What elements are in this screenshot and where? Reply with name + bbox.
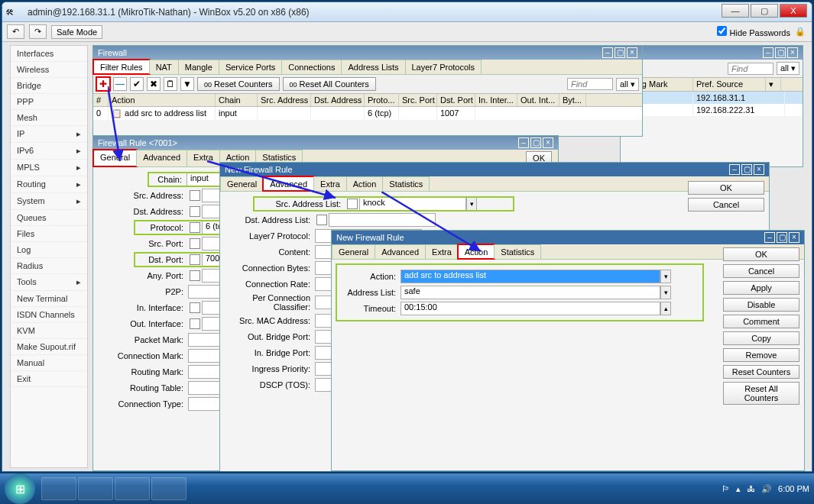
tab-statistics[interactable]: Statistics	[382, 176, 430, 191]
src-neg-checkbox[interactable]	[190, 190, 200, 201]
copy-button[interactable]: Copy	[723, 331, 799, 345]
dropdown-icon[interactable]: ▾	[660, 286, 671, 299]
sidebar-item-log[interactable]: Log	[11, 242, 87, 258]
sidebar-item-files[interactable]: Files	[11, 226, 87, 242]
disable-button[interactable]: ✖	[147, 77, 161, 91]
minimize-icon[interactable]: –	[764, 232, 775, 243]
tray-volume-icon[interactable]: 🔊	[761, 484, 772, 494]
enable-button[interactable]: ✔	[130, 77, 144, 91]
maximize-button[interactable]: ▢	[751, 4, 778, 18]
task-teamviewer[interactable]	[115, 477, 150, 500]
tray-up-icon[interactable]: ▴	[736, 484, 741, 494]
remove-button[interactable]: Remove	[723, 348, 799, 362]
maximize-icon[interactable]: ▢	[777, 232, 787, 243]
sidebar-item-manual[interactable]: Manual	[11, 355, 87, 371]
minimize-icon[interactable]: –	[602, 47, 613, 58]
comment-button[interactable]: 🗒	[164, 77, 177, 91]
dropdown-icon[interactable]: ▾	[660, 270, 671, 283]
tab-mangle[interactable]: Mangle	[178, 60, 219, 74]
reset-counters-button[interactable]: Reset Counters	[723, 365, 799, 379]
sidebar-item-bridge[interactable]: Bridge	[11, 78, 87, 94]
sidebar-item-ppp[interactable]: PPP	[11, 94, 87, 110]
dst-addr-list-input[interactable]	[329, 213, 436, 227]
close-icon[interactable]: ×	[543, 137, 553, 148]
close-icon[interactable]: ×	[627, 47, 637, 58]
sidebar-item-mesh[interactable]: Mesh	[11, 110, 87, 126]
action-select[interactable]: add src to address list	[401, 270, 660, 283]
timeout-input[interactable]: 00:15:00	[401, 302, 660, 315]
dst-neg-checkbox[interactable]	[190, 206, 200, 217]
find-input[interactable]	[567, 78, 613, 90]
tab-nat[interactable]: NAT	[149, 60, 179, 74]
reset-all-counters-button[interactable]: 00 Reset All Counters	[283, 77, 376, 91]
maximize-icon[interactable]: ▢	[530, 137, 541, 148]
ok-button[interactable]: OK	[688, 181, 764, 195]
minimize-button[interactable]: —	[722, 4, 749, 18]
sidebar-item-ipv6[interactable]: IPv6▸	[11, 143, 87, 160]
tab-general[interactable]: General	[220, 176, 264, 191]
tray-network-icon[interactable]: 🖧	[747, 484, 755, 493]
close-icon[interactable]: ×	[787, 47, 798, 58]
sidebar-item-new-terminal[interactable]: New Terminal	[11, 291, 87, 307]
maximize-icon[interactable]: ▢	[775, 47, 786, 58]
minimize-icon[interactable]: –	[518, 137, 529, 148]
cancel-button[interactable]: Cancel	[723, 264, 799, 278]
all-select[interactable]: all ▾	[777, 62, 799, 75]
task-explorer[interactable]	[41, 477, 76, 500]
cancel-button[interactable]: Cancel	[688, 198, 764, 212]
tab-layer7[interactable]: Layer7 Protocols	[405, 60, 482, 74]
undo-button[interactable]: ↶	[7, 24, 24, 39]
sidebar-item-system[interactable]: System▸	[11, 193, 87, 210]
tab-extra[interactable]: Extra	[186, 150, 220, 166]
rule-row-0[interactable]: 0 📋 add src to address list input 6 (tcp…	[93, 107, 642, 120]
tray-clock[interactable]: 6:00 PM	[778, 484, 809, 493]
apply-button[interactable]: Apply	[723, 281, 799, 295]
sidebar-item-wireless[interactable]: Wireless	[11, 62, 87, 78]
maximize-icon[interactable]: ▢	[615, 47, 625, 58]
sidebar-item-radius[interactable]: Radius	[11, 258, 87, 274]
reset-counters-button[interactable]: 00 Reset Counters	[197, 77, 280, 91]
close-button[interactable]: X	[780, 4, 807, 18]
add-button[interactable]: ✚	[96, 77, 110, 91]
tab-general[interactable]: General	[93, 150, 137, 166]
disable-button[interactable]: Disable	[723, 298, 799, 312]
col-pref-source[interactable]: Pref. Source	[693, 78, 766, 91]
sidebar-item-interfaces[interactable]: Interfaces	[11, 46, 87, 62]
tab-address-lists[interactable]: Address Lists	[341, 60, 405, 74]
reset-all-counters-button[interactable]: Reset All Counters	[723, 382, 799, 405]
close-icon[interactable]: ×	[754, 164, 764, 175]
hide-passwords-toggle[interactable]: Hide Passwords	[717, 26, 790, 37]
dropdown-icon[interactable]: ▾	[466, 197, 477, 211]
filter-all-select[interactable]: all ▾	[616, 78, 639, 91]
safe-mode-button[interactable]: Safe Mode	[51, 25, 102, 39]
tab-action[interactable]: Action	[458, 244, 495, 259]
minimize-icon[interactable]: –	[729, 164, 740, 175]
task-winbox[interactable]	[151, 477, 186, 500]
comment-button[interactable]: Comment	[723, 315, 799, 328]
address-list-input[interactable]: safe	[401, 286, 660, 299]
sidebar-item-kvm[interactable]: KVM	[11, 323, 87, 339]
tab-service-ports[interactable]: Service Ports	[219, 60, 282, 74]
src-addr-list-input[interactable]: knock	[359, 197, 466, 211]
sidebar-item-tools[interactable]: Tools▸	[11, 274, 87, 291]
tab-advanced[interactable]: Advanced	[136, 150, 187, 166]
find-input[interactable]	[728, 63, 773, 75]
sidebar-item-exit[interactable]: Exit	[11, 371, 87, 387]
close-icon[interactable]: ×	[789, 232, 799, 243]
sidebar-item-supout[interactable]: Make Supout.rif	[11, 339, 87, 355]
tab-statistics[interactable]: Statistics	[494, 244, 541, 259]
remove-button[interactable]: —	[113, 77, 127, 91]
sidebar-item-routing[interactable]: Routing▸	[11, 176, 87, 193]
tab-advanced[interactable]: Advanced	[375, 244, 426, 259]
sidebar-item-queues[interactable]: Queues	[11, 210, 87, 226]
sidebar-item-isdn[interactable]: ISDN Channels	[11, 307, 87, 323]
tab-filter-rules[interactable]: Filter Rules	[93, 60, 150, 74]
sidebar-item-ip[interactable]: IP▸	[11, 126, 87, 143]
tray-flag-icon[interactable]: 🏳	[722, 484, 730, 493]
maximize-icon[interactable]: ▢	[741, 164, 752, 175]
filter-button[interactable]: ▼	[180, 77, 194, 91]
up-icon[interactable]: ▴	[660, 302, 671, 315]
sidebar-item-mpls[interactable]: MPLS▸	[11, 160, 87, 176]
tab-extra[interactable]: Extra	[313, 176, 347, 191]
tab-action[interactable]: Action	[346, 176, 384, 191]
